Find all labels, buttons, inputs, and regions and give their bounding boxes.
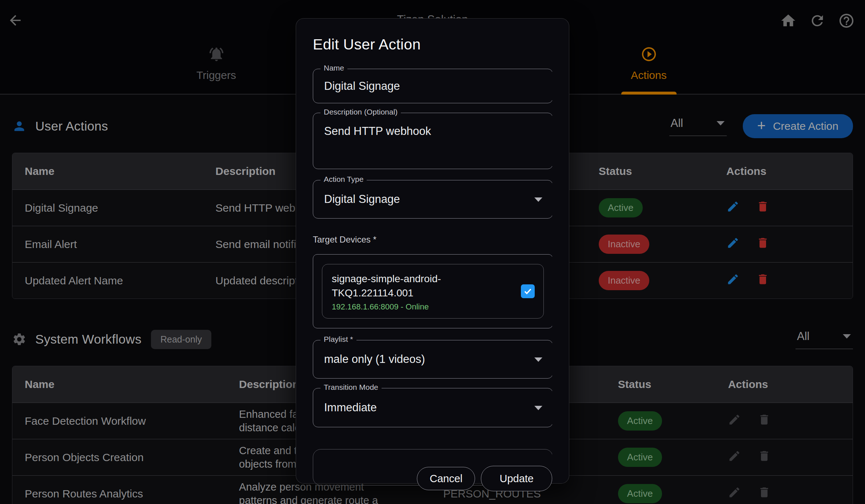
target-devices-label: Target Devices * xyxy=(313,235,552,245)
device-name: signage-simple-android- TKQ1.221114.001 xyxy=(332,272,511,300)
device-status: 192.168.1.66:8009 - Online xyxy=(332,302,511,312)
description-field-label: Description (Optional) xyxy=(320,108,401,116)
transition-mode-select[interactable]: Transition Mode Immediate xyxy=(313,388,552,427)
chevron-down-icon xyxy=(534,357,542,362)
playlist-label: Playlist * xyxy=(320,335,356,344)
device-checkbox[interactable] xyxy=(521,284,535,298)
cancel-button[interactable]: Cancel xyxy=(417,467,475,490)
action-type-select[interactable]: Action Type Digital Signage xyxy=(313,180,552,219)
action-type-value: Digital Signage xyxy=(313,180,552,218)
chevron-down-icon xyxy=(534,197,542,202)
dialog-form: Name Digital Signage Description (Option… xyxy=(313,63,552,504)
edit-user-action-dialog: Edit User Action Name Digital Signage De… xyxy=(296,18,569,484)
update-button[interactable]: Update xyxy=(481,466,552,491)
playlist-select[interactable]: Playlist * male only (1 videos) xyxy=(313,340,552,379)
transition-mode-value: Immediate xyxy=(313,388,552,427)
name-field-label: Name xyxy=(320,64,347,72)
playlist-value: male only (1 videos) xyxy=(313,340,552,378)
name-field-value[interactable]: Digital Signage xyxy=(313,69,552,103)
device-item[interactable]: signage-simple-android- TKQ1.221114.001 … xyxy=(322,264,544,319)
chevron-down-icon xyxy=(534,406,542,410)
check-icon xyxy=(523,287,533,296)
description-field[interactable]: Description (Optional) Send HTTP webhook xyxy=(313,113,552,169)
description-field-value[interactable]: Send HTTP webhook xyxy=(313,113,552,169)
target-devices-list: signage-simple-android- TKQ1.221114.001 … xyxy=(313,254,552,328)
transition-mode-label: Transition Mode xyxy=(320,383,382,392)
name-field[interactable]: Name Digital Signage xyxy=(313,69,552,103)
dialog-footer: Cancel Update xyxy=(313,449,552,504)
app-root: Tizen Solution Triggers Actions xyxy=(0,0,865,504)
dialog-title: Edit User Action xyxy=(313,36,552,53)
action-type-label: Action Type xyxy=(320,175,367,184)
